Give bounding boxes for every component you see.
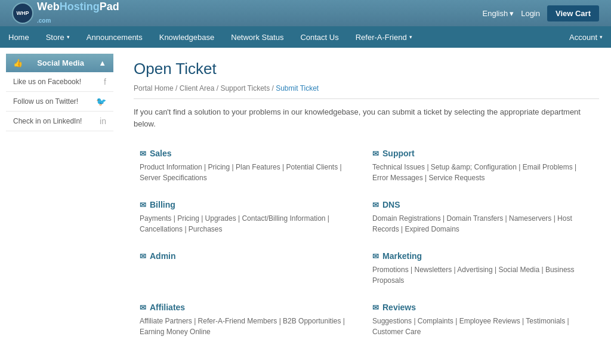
page-title: Open Ticket bbox=[134, 60, 599, 78]
view-cart-button[interactable]: View Cart bbox=[547, 5, 599, 21]
nav-home[interactable]: Home bbox=[0, 26, 38, 48]
twitter-icon: 🐦 bbox=[96, 97, 106, 106]
chevron-up-icon: ▲ bbox=[98, 58, 106, 67]
logo-area: WHP WebHostingPad .com bbox=[12, 1, 119, 26]
breadcrumb-portal-home[interactable]: Portal Home bbox=[134, 84, 174, 92]
nav-network-status[interactable]: Network Status bbox=[223, 26, 292, 48]
main-content: Open Ticket Portal Home / Client Area / … bbox=[122, 54, 605, 358]
content-wrapper: 👍 Social Media ▲ Like us on Facebook! f … bbox=[0, 48, 611, 364]
dept-marketing-desc: Promotions | Newsletters | Advertising |… bbox=[372, 264, 587, 286]
nav-bar: Home Store ▾ Announcements Knowledgebase… bbox=[0, 26, 611, 48]
email-icon: ✉ bbox=[372, 149, 379, 158]
dept-billing: ✉ Billing Payments | Pricing | Upgrades … bbox=[134, 193, 366, 244]
sidebar-social-media-title[interactable]: 👍 Social Media ▲ bbox=[6, 54, 113, 72]
top-right-controls: English ▾ Login View Cart bbox=[483, 5, 599, 21]
intro-text: If you can't find a solution to your pro… bbox=[134, 106, 599, 129]
facebook-icon: f bbox=[104, 77, 106, 87]
dept-dns-desc: Domain Registrations | Domain Transfers … bbox=[372, 213, 587, 235]
top-header: WHP WebHostingPad .com English ▾ Login V… bbox=[0, 0, 611, 26]
nav-store[interactable]: Store ▾ bbox=[38, 26, 78, 48]
sidebar: 👍 Social Media ▲ Like us on Facebook! f … bbox=[6, 54, 113, 358]
nav-knowledgebase[interactable]: Knowledgebase bbox=[151, 26, 223, 48]
dept-dns: ✉ DNS Domain Registrations | Domain Tran… bbox=[366, 193, 599, 244]
dept-billing-desc: Payments | Pricing | Upgrades | Contact/… bbox=[140, 213, 354, 235]
dept-dns-link[interactable]: ✉ DNS bbox=[372, 200, 587, 209]
department-grid: ✉ Sales Product Information | Pricing | … bbox=[134, 141, 599, 347]
dept-reviews-desc: Suggestions | Complaints | Employee Revi… bbox=[372, 316, 587, 337]
dept-reviews: ✉ Reviews Suggestions | Complaints | Emp… bbox=[366, 295, 599, 347]
sidebar-item-linkedin[interactable]: Check in on LinkedIn! in bbox=[6, 112, 113, 131]
login-button[interactable]: Login bbox=[521, 9, 540, 18]
dept-sales: ✉ Sales Product Information | Pricing | … bbox=[134, 141, 366, 193]
chevron-down-icon: ▾ bbox=[600, 34, 603, 40]
dept-billing-link[interactable]: ✉ Billing bbox=[140, 200, 354, 209]
thumbs-up-icon: 👍 bbox=[13, 58, 23, 67]
breadcrumb-client-area[interactable]: Client Area bbox=[180, 84, 215, 92]
dept-sales-desc: Product Information | Pricing | Plan Fea… bbox=[140, 162, 354, 183]
dept-affiliates-link[interactable]: ✉ Affiliates bbox=[140, 303, 354, 312]
email-icon: ✉ bbox=[372, 303, 379, 312]
sidebar-item-facebook[interactable]: Like us on Facebook! f bbox=[6, 72, 113, 92]
dept-support-link[interactable]: ✉ Support bbox=[372, 149, 587, 158]
email-icon: ✉ bbox=[140, 149, 146, 158]
dept-support-desc: Technical Issues | Setup &amp; Configura… bbox=[372, 162, 587, 183]
email-icon: ✉ bbox=[140, 303, 146, 312]
logo-icon: WHP bbox=[12, 2, 33, 24]
breadcrumb-submit-ticket[interactable]: Submit Ticket bbox=[276, 84, 319, 92]
nav-left: Home Store ▾ Announcements Knowledgebase… bbox=[0, 26, 421, 48]
email-icon: ✉ bbox=[140, 252, 146, 261]
nav-refer-a-friend[interactable]: Refer-A-Friend ▾ bbox=[347, 26, 421, 48]
breadcrumb-support-tickets[interactable]: Support Tickets bbox=[220, 84, 270, 92]
dept-support: ✉ Support Technical Issues | Setup &amp;… bbox=[366, 141, 599, 193]
email-icon: ✉ bbox=[140, 200, 146, 209]
breadcrumb: Portal Home / Client Area / Support Tick… bbox=[134, 84, 599, 99]
dept-marketing: ✉ Marketing Promotions | Newsletters | A… bbox=[366, 244, 599, 295]
nav-right: Account ▾ bbox=[561, 26, 611, 48]
nav-account[interactable]: Account ▾ bbox=[561, 26, 611, 48]
nav-contact-us[interactable]: Contact Us bbox=[292, 26, 347, 48]
nav-announcements[interactable]: Announcements bbox=[78, 26, 151, 48]
dept-affiliates-desc: Affiliate Partners | Refer-A-Friend Memb… bbox=[140, 316, 354, 337]
email-icon: ✉ bbox=[372, 200, 379, 209]
dept-admin: ✉ Admin bbox=[134, 244, 366, 295]
dept-sales-link[interactable]: ✉ Sales bbox=[140, 149, 354, 158]
language-selector[interactable]: English ▾ bbox=[483, 9, 514, 18]
dept-reviews-link[interactable]: ✉ Reviews bbox=[372, 303, 587, 312]
logo-text: WebHostingPad .com bbox=[37, 1, 119, 26]
dept-marketing-link[interactable]: ✉ Marketing bbox=[372, 251, 587, 261]
sidebar-item-twitter[interactable]: Follow us on Twitter! 🐦 bbox=[6, 92, 113, 112]
chevron-down-icon: ▾ bbox=[67, 34, 70, 40]
email-icon: ✉ bbox=[372, 252, 379, 261]
dept-affiliates: ✉ Affiliates Affiliate Partners | Refer-… bbox=[134, 295, 366, 347]
chevron-down-icon: ▾ bbox=[409, 34, 412, 40]
chevron-down-icon: ▾ bbox=[510, 9, 514, 18]
dept-admin-link[interactable]: ✉ Admin bbox=[140, 251, 354, 261]
linkedin-icon: in bbox=[100, 116, 106, 126]
